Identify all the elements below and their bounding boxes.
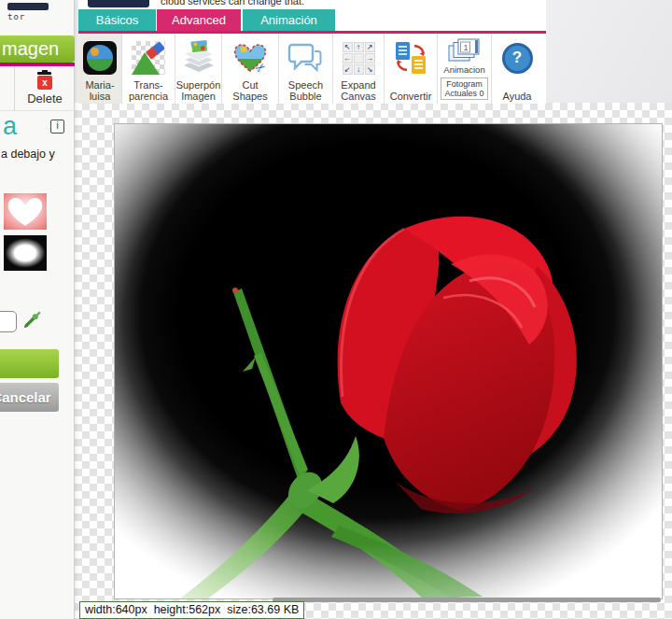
edited-image-canvas[interactable] (114, 123, 663, 599)
layers-icon (180, 39, 217, 77)
trash-icon: x (37, 72, 52, 90)
tab-animacion[interactable]: Animación (243, 9, 335, 31)
cut-heart-icon: ✂ (231, 40, 270, 76)
app-window: cloud services can change that. Básicos … (0, 0, 672, 619)
top-panel: cloud services can change that. Básicos … (78, 0, 546, 104)
app-logo (7, 3, 49, 10)
delete-button[interactable]: x Delete (14, 66, 75, 111)
frames-counter: FotogramActuales 0 (441, 77, 487, 100)
rose-image (115, 124, 662, 598)
marialuisa-button[interactable]: Maria-luisa (78, 34, 122, 104)
delete-row: x Delete (0, 66, 75, 111)
app-logo-text: tor (7, 12, 25, 21)
ayuda-button[interactable]: ? Ayuda (492, 34, 542, 104)
toolbar: Maria-luisa Trans-parencia (78, 34, 546, 104)
accept-button[interactable] (0, 349, 59, 378)
cancel-button[interactable]: Cancelar (0, 383, 59, 412)
svg-text:1: 1 (463, 43, 468, 52)
convert-icon (393, 40, 428, 76)
imagen-header-button[interactable]: magen (0, 35, 75, 63)
tab-basicos[interactable]: Básicos (78, 9, 156, 31)
image-status-bar: width:640px height:562px size:63.69 KB (79, 601, 304, 619)
transparency-icon (132, 41, 165, 75)
expand-canvas-button[interactable]: ↖↑↗ ←→ ↙↓↘ ExpandCanvas (333, 34, 385, 104)
left-sidebar: tor magen x Delete a i a debajo y (0, 0, 75, 619)
animacion-button[interactable]: 1 Animacion FotogramActuales 0 (438, 34, 492, 104)
expand-arrows-icon: ↖↑↗ ←→ ↙↓↘ (343, 42, 375, 75)
heart-mask-thumbnail[interactable] (4, 193, 47, 230)
superpon-imagen-button[interactable]: SuperpónImagen (175, 34, 222, 104)
ad-image (88, 0, 149, 7)
help-icon: ? (502, 43, 533, 74)
tab-advanced[interactable]: Advanced (157, 9, 241, 31)
ad-text: cloud services can change that. (161, 0, 304, 7)
ad-banner[interactable]: cloud services can change that. (78, 0, 546, 9)
tab-bar: Básicos Advanced Animación (78, 9, 546, 31)
section-heading-fragment: a (3, 112, 17, 141)
cut-shapes-button[interactable]: ✂ CutShapes (222, 34, 279, 104)
transparencia-button[interactable]: Trans-parencia (122, 34, 175, 104)
description-text-fragment: a debajo y (1, 148, 55, 161)
oval-mask-thumbnail[interactable] (4, 235, 47, 271)
color-input[interactable] (0, 311, 17, 332)
marialuisa-icon (83, 41, 117, 75)
speech-bubble-button[interactable]: SpeechBubble (279, 34, 333, 104)
animation-frames-icon: 1 (448, 38, 482, 63)
convertir-button[interactable]: Convertir (385, 34, 438, 104)
eyedropper-icon[interactable] (22, 311, 41, 330)
canvas-horizontal-scrollbar[interactable] (273, 598, 661, 602)
speech-bubble-icon (287, 41, 325, 75)
info-icon[interactable]: i (50, 120, 64, 134)
